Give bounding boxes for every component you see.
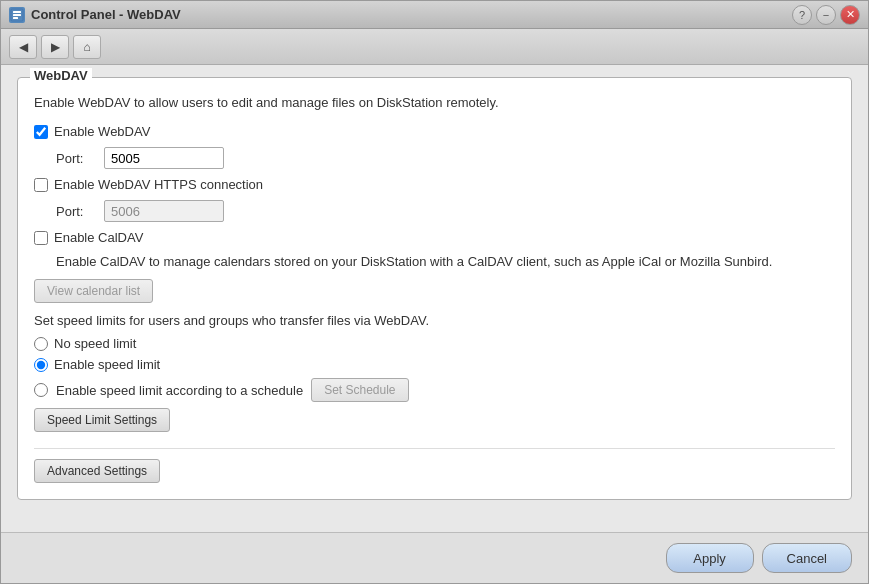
- close-button[interactable]: ✕: [840, 5, 860, 25]
- enable-webdav-label[interactable]: Enable WebDAV: [54, 124, 150, 139]
- speed-schedule-radio[interactable]: [34, 383, 48, 397]
- enable-webdav-row: Enable WebDAV: [34, 124, 835, 139]
- enable-speed-row: Enable speed limit: [34, 357, 835, 372]
- https-port-input[interactable]: [104, 200, 224, 222]
- view-calendar-button[interactable]: View calendar list: [34, 279, 153, 303]
- no-speed-limit-radio[interactable]: [34, 337, 48, 351]
- enable-caldav-label[interactable]: Enable CalDAV: [54, 230, 143, 245]
- minimize-button[interactable]: −: [816, 5, 836, 25]
- enable-speed-radio[interactable]: [34, 358, 48, 372]
- https-port-label: Port:: [56, 204, 96, 219]
- svg-rect-3: [13, 17, 18, 19]
- footer: Apply Cancel: [1, 532, 868, 583]
- speed-limit-settings-row: Speed Limit Settings: [34, 408, 835, 432]
- enable-https-label[interactable]: Enable WebDAV HTTPS connection: [54, 177, 263, 192]
- caldav-description: Enable CalDAV to manage calendars stored…: [56, 253, 835, 271]
- cancel-button[interactable]: Cancel: [762, 543, 852, 573]
- webdav-port-row: Port:: [56, 147, 835, 169]
- home-button[interactable]: ⌂: [73, 35, 101, 59]
- forward-button[interactable]: ▶: [41, 35, 69, 59]
- section-description: Enable WebDAV to allow users to edit and…: [34, 94, 835, 112]
- main-content: WebDAV Enable WebDAV to allow users to e…: [1, 65, 868, 532]
- enable-https-checkbox[interactable]: [34, 178, 48, 192]
- advanced-settings-row: Advanced Settings: [34, 459, 835, 483]
- apply-button[interactable]: Apply: [666, 543, 754, 573]
- section-label: WebDAV: [30, 68, 92, 83]
- speed-description: Set speed limits for users and groups wh…: [34, 313, 835, 328]
- no-speed-limit-label[interactable]: No speed limit: [54, 336, 136, 351]
- enable-webdav-checkbox[interactable]: [34, 125, 48, 139]
- toolbar: ◀ ▶ ⌂: [1, 29, 868, 65]
- no-speed-limit-row: No speed limit: [34, 336, 835, 351]
- speed-schedule-row: Enable speed limit according to a schedu…: [34, 378, 835, 402]
- webdav-port-input[interactable]: [104, 147, 224, 169]
- title-bar: Control Panel - WebDAV ? − ✕: [1, 1, 868, 29]
- window-title: Control Panel - WebDAV: [31, 7, 181, 22]
- set-schedule-button[interactable]: Set Schedule: [311, 378, 408, 402]
- advanced-settings-button[interactable]: Advanced Settings: [34, 459, 160, 483]
- enable-caldav-row: Enable CalDAV: [34, 230, 835, 245]
- back-button[interactable]: ◀: [9, 35, 37, 59]
- speed-limit-settings-button[interactable]: Speed Limit Settings: [34, 408, 170, 432]
- speed-schedule-label[interactable]: Enable speed limit according to a schedu…: [56, 383, 303, 398]
- enable-caldav-checkbox[interactable]: [34, 231, 48, 245]
- app-icon: [9, 7, 25, 23]
- port-label: Port:: [56, 151, 96, 166]
- divider: [34, 448, 835, 449]
- help-button[interactable]: ?: [792, 5, 812, 25]
- webdav-section: WebDAV Enable WebDAV to allow users to e…: [17, 77, 852, 500]
- main-window: Control Panel - WebDAV ? − ✕ ◀ ▶ ⌂ WebDA…: [0, 0, 869, 584]
- enable-speed-label[interactable]: Enable speed limit: [54, 357, 160, 372]
- svg-rect-1: [13, 11, 21, 13]
- view-calendar-row: View calendar list: [34, 279, 835, 303]
- svg-rect-2: [13, 14, 21, 16]
- https-port-row: Port:: [56, 200, 835, 222]
- enable-https-row: Enable WebDAV HTTPS connection: [34, 177, 835, 192]
